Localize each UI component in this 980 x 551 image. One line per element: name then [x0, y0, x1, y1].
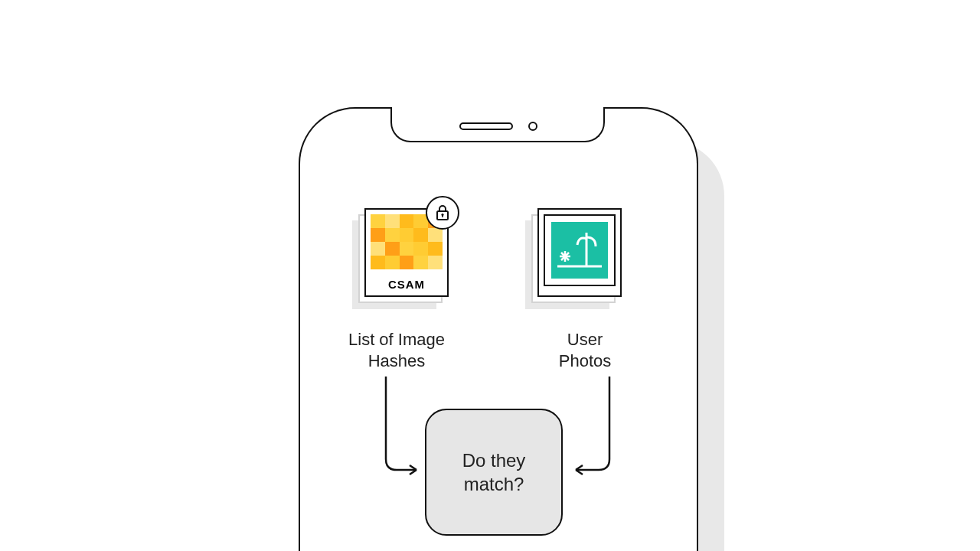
user-photos-card	[525, 208, 623, 309]
phone-speaker-icon	[459, 122, 513, 130]
lock-icon	[426, 196, 459, 230]
svg-rect-2	[442, 215, 443, 217]
match-question-box: Do they match?	[425, 409, 563, 536]
user-photos-caption: User Photos	[508, 329, 662, 371]
arrow-right-icon	[567, 377, 628, 487]
csam-caption: List of Image Hashes	[320, 329, 473, 371]
phone-camera-icon	[528, 122, 537, 131]
match-question-label: Do they match?	[462, 448, 526, 496]
arrow-left-icon	[375, 377, 436, 487]
csam-label: CSAM	[371, 279, 443, 290]
diagram-stage: CSAM	[0, 0, 980, 551]
photo-icon	[544, 214, 616, 286]
